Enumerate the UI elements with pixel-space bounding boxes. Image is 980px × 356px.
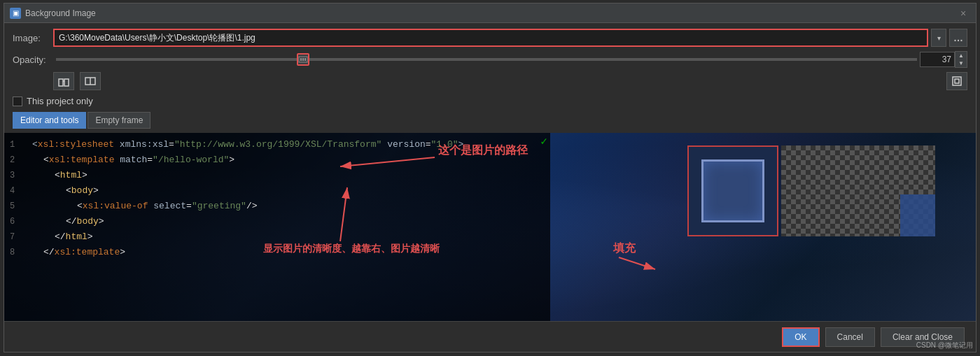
opacity-label: Opacity:: [13, 55, 53, 65]
checkbox-row: This project only: [13, 93, 967, 109]
opacity-slider-track[interactable]: [56, 58, 917, 61]
code-line-3: 3 <html>: [4, 168, 550, 183]
path-dropdown-button[interactable]: ▾: [931, 29, 946, 47]
preview-inner: [701, 159, 764, 222]
this-project-only-checkbox[interactable]: [13, 97, 22, 106]
right-panel: [682, 133, 976, 321]
tool-button-1[interactable]: [53, 72, 74, 90]
code-editor[interactable]: ✓ 1 <xsl:stylesheet xmlns:xsl="http://ww…: [4, 133, 550, 321]
code-line-5: 5 <xsl:value-of select="greeting"/>: [4, 199, 550, 214]
checkmark-icon: ✓: [540, 134, 547, 148]
svg-rect-4: [59, 79, 63, 86]
tool-button-3[interactable]: [946, 72, 967, 90]
code-line-8: 8 </xsl:template>: [4, 245, 550, 260]
svg-text:填充: 填充: [612, 241, 636, 254]
ok-button[interactable]: OK: [782, 327, 819, 347]
code-line-2: 2 <xsl:template match="/hello-world">: [4, 152, 550, 168]
tools-row: [13, 72, 967, 93]
bottom-bar: OK Cancel Clear and Close CSDN @微笔记用: [4, 321, 976, 352]
background-image-dialog: ▣ Background Image × Image: ▾ … Opacity:: [4, 3, 976, 353]
dialog-title: Background Image: [25, 8, 956, 18]
opacity-spinner: ▲ ▼: [955, 51, 967, 68]
dialog-body: Image: ▾ … Opacity:: [4, 23, 976, 352]
tab-editor-and-tools[interactable]: Editor and tools: [13, 112, 86, 129]
title-bar: ▣ Background Image ×: [4, 3, 976, 23]
opacity-value-input[interactable]: [920, 52, 955, 67]
preview-square: [687, 145, 778, 236]
opacity-row: Opacity: ▲ ▼: [13, 51, 967, 68]
code-line-6: 6 </body>: [4, 214, 550, 229]
tool-button-2[interactable]: [80, 72, 101, 90]
image-field-row: Image: ▾ …: [13, 29, 967, 47]
image-input-wrapper: ▾ …: [53, 29, 967, 47]
watermark: CSDN @微笔记用: [916, 341, 973, 350]
main-content: ✓ 1 <xsl:stylesheet xmlns:xsl="http://ww…: [4, 133, 976, 321]
opacity-slider-thumb[interactable]: [297, 53, 309, 66]
opacity-increment-button[interactable]: ▲: [955, 52, 967, 59]
opacity-decrement-button[interactable]: ▼: [955, 59, 967, 67]
browse-button[interactable]: …: [949, 29, 967, 47]
close-button[interactable]: ×: [956, 6, 970, 20]
code-line-7: 7 </html>: [4, 229, 550, 245]
code-line-4: 4 <body>: [4, 183, 550, 199]
svg-rect-10: [955, 79, 959, 83]
svg-rect-9: [953, 77, 961, 85]
background-image-area: ✓ 1 <xsl:stylesheet xmlns:xsl="http://ww…: [4, 133, 976, 321]
code-line-1: 1 <xsl:stylesheet xmlns:xsl="http://www.…: [4, 137, 550, 152]
image-path-input[interactable]: [53, 29, 928, 47]
checkered-panel: [781, 145, 935, 236]
tab-empty-frame[interactable]: Empty frame: [88, 112, 150, 129]
image-label: Image:: [13, 33, 53, 43]
top-section: Image: ▾ … Opacity:: [4, 23, 976, 133]
svg-rect-5: [64, 79, 69, 86]
cancel-button[interactable]: Cancel: [825, 327, 875, 347]
blue-square: [900, 194, 935, 236]
tabs-row: Editor and tools Empty frame: [13, 112, 967, 129]
svg-line-17: [619, 257, 655, 269]
this-project-only-label: This project only: [27, 96, 93, 106]
dialog-icon: ▣: [10, 8, 21, 19]
